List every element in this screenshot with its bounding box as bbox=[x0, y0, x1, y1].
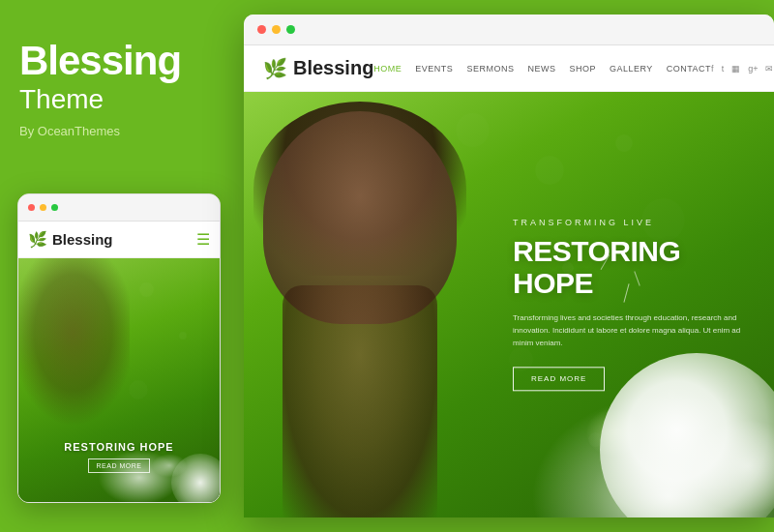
mobile-browser-bar bbox=[18, 194, 220, 222]
mobile-bokeh-1 bbox=[139, 282, 154, 297]
mobile-logo-text: Blessing bbox=[52, 231, 113, 248]
mobile-mockup: 🌿 Blessing ☰ RESTORING HOPE READ MORE bbox=[17, 193, 221, 503]
desktop-hero-label: TRANSFORMING LIVE bbox=[513, 218, 745, 227]
person-silhouette bbox=[244, 92, 534, 517]
nav-link-contact[interactable]: CONTACT bbox=[667, 64, 711, 74]
bokeh-2 bbox=[615, 134, 633, 152]
desktop-dot-red bbox=[257, 25, 266, 34]
nav-link-sermons[interactable]: SERMONS bbox=[466, 64, 514, 74]
desktop-hero: TRANSFORMING LIVE RESTORING HOPE Transfo… bbox=[244, 92, 774, 517]
desktop-read-more-btn[interactable]: READ MORE bbox=[513, 368, 605, 392]
nav-link-news[interactable]: NEWS bbox=[527, 64, 555, 74]
mobile-hero: RESTORING HOPE READ MORE bbox=[18, 258, 220, 502]
mobile-read-more-btn[interactable]: READ MORE bbox=[88, 458, 151, 473]
desktop-logo: 🌿 Blessing bbox=[263, 57, 373, 80]
desktop-browser-bar bbox=[244, 15, 774, 45]
rss-icon[interactable]: ▦ bbox=[731, 64, 740, 74]
mobile-logo-icon: 🌿 bbox=[28, 230, 47, 249]
desktop-mockup: 🌿 Blessing HOME EVENTS SERMONS NEWS SHOP… bbox=[244, 15, 774, 517]
nav-link-events[interactable]: EVENTS bbox=[415, 64, 453, 74]
desktop-hero-desc: Transforming lives and societies through… bbox=[513, 312, 745, 349]
mobile-hero-heading: RESTORING HOPE bbox=[18, 441, 220, 453]
desktop-dot-green bbox=[286, 25, 295, 34]
desktop-logo-text: Blessing bbox=[293, 57, 373, 79]
google-plus-icon[interactable]: g+ bbox=[748, 64, 758, 74]
email-icon[interactable]: ✉ bbox=[765, 64, 773, 74]
desktop-logo-icon: 🌿 bbox=[263, 57, 287, 80]
twitter-icon[interactable]: t bbox=[722, 64, 725, 74]
desktop-nav-links: HOME EVENTS SERMONS NEWS SHOP GALLERY CO… bbox=[373, 64, 711, 74]
desktop-navbar: 🌿 Blessing HOME EVENTS SERMONS NEWS SHOP… bbox=[244, 45, 774, 92]
mobile-person-silhouette bbox=[18, 258, 130, 471]
person-body bbox=[283, 285, 437, 517]
mobile-dot-green bbox=[51, 204, 58, 211]
desktop-hero-content: TRANSFORMING LIVE RESTORING HOPE Transfo… bbox=[513, 218, 745, 391]
mobile-dot-yellow bbox=[40, 204, 46, 211]
desktop-hero-heading: RESTORING HOPE bbox=[513, 235, 745, 299]
mobile-menu-icon[interactable]: ☰ bbox=[196, 230, 210, 249]
desktop-dot-yellow bbox=[272, 25, 281, 34]
desktop-social-icons: f t ▦ g+ ✉ bbox=[711, 64, 773, 74]
facebook-icon[interactable]: f bbox=[711, 64, 714, 74]
mobile-dot-red bbox=[28, 204, 35, 211]
nav-link-home[interactable]: HOME bbox=[373, 64, 402, 74]
nav-link-gallery[interactable]: GALLERY bbox=[610, 64, 653, 74]
theme-author: By OceanThemes bbox=[19, 124, 218, 138]
theme-title: Blessing Theme bbox=[19, 39, 218, 116]
mobile-logo: 🌿 Blessing bbox=[28, 230, 113, 249]
mobile-navbar: 🌿 Blessing ☰ bbox=[18, 222, 220, 258]
nav-link-shop[interactable]: SHOP bbox=[569, 64, 596, 74]
mobile-bokeh-2 bbox=[179, 332, 187, 340]
